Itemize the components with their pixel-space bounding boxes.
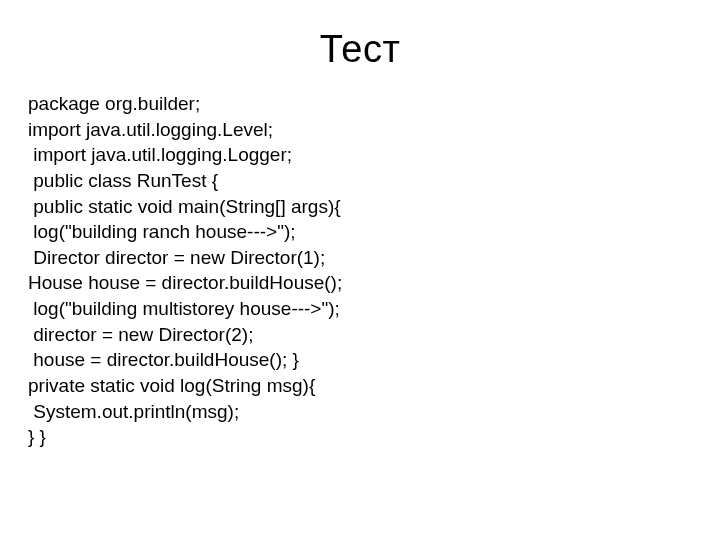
- code-line: рackage org.builder;: [28, 91, 692, 117]
- slide-title: Тест: [0, 0, 720, 91]
- code-line: Director director = new Director(1);: [28, 245, 692, 271]
- code-line: } }: [28, 424, 692, 450]
- code-line: import java.util.logging.Level;: [28, 117, 692, 143]
- code-line: public static void main(String[] args){: [28, 194, 692, 220]
- code-line: System.out.println(msg);: [28, 399, 692, 425]
- code-line: log("building multistorey house--->");: [28, 296, 692, 322]
- code-line: house = director.buildHouse(); }: [28, 347, 692, 373]
- code-block: рackage org.builder; import java.util.lo…: [0, 91, 720, 450]
- code-line: public class RunTest {: [28, 168, 692, 194]
- code-line: House house = director.buildHouse();: [28, 270, 692, 296]
- code-line: import java.util.logging.Logger;: [28, 142, 692, 168]
- code-line: director = new Director(2);: [28, 322, 692, 348]
- code-line: log("building ranch house--->");: [28, 219, 692, 245]
- code-line: private static void log(String msg){: [28, 373, 692, 399]
